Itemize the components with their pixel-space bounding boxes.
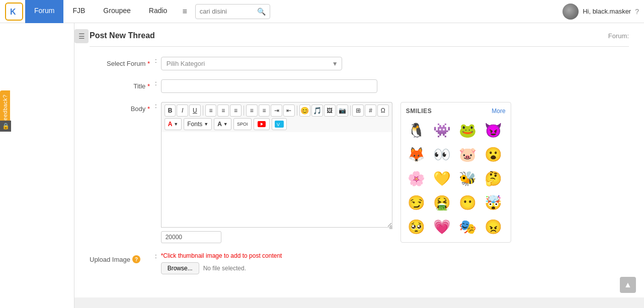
search-icon[interactable]: 🔍	[257, 8, 266, 16]
image-button[interactable]: 🖼	[324, 105, 336, 117]
italic-button[interactable]: I	[177, 105, 188, 117]
fonts-label: Fonts	[187, 121, 202, 128]
svg-text:K: K	[10, 8, 16, 16]
smilie[interactable]: 🤮	[432, 192, 453, 213]
search-box: 🔍	[195, 4, 270, 19]
title-input[interactable]	[161, 79, 377, 93]
toolbar: B I U ≡ ≡ ≡ ≡ ≡ ⇥ ⇤	[161, 102, 392, 132]
body-label: Body *	[90, 102, 155, 113]
smilie[interactable]: 💛	[432, 168, 453, 189]
size-arrow-icon: ▼	[223, 122, 228, 127]
resize-handle[interactable]	[389, 226, 392, 229]
body-editor-outer	[161, 132, 392, 229]
smilies-more-link[interactable]: More	[492, 108, 505, 115]
vimeo-button[interactable]: V	[272, 118, 287, 130]
select-forum-dropdown[interactable]: Pilih Kategori	[161, 57, 342, 70]
toolbar-row1: B I U ≡ ≡ ≡ ≡ ≡ ⇥ ⇤	[165, 105, 389, 117]
smilie[interactable]: 🦊	[406, 144, 427, 165]
smilie[interactable]: 🐝	[457, 168, 478, 189]
smilie[interactable]: 😶	[457, 192, 478, 213]
smilie-button[interactable]: 😊	[299, 105, 311, 117]
navbar: K ForumFJBGroupeeRadio ≡ 🔍 Hi, black.mas…	[0, 0, 644, 23]
smilie[interactable]: 🥺	[406, 216, 427, 237]
special-chars-button[interactable]: Ω	[377, 105, 389, 117]
smilie[interactable]: 😮	[483, 144, 504, 165]
page-card: Post New Thread Forum: Select Forum * : …	[74, 23, 644, 297]
nav-logo[interactable]: K	[5, 3, 23, 21]
separator-1	[203, 106, 203, 116]
underline-button[interactable]: U	[189, 105, 201, 117]
smilie[interactable]: 🤯	[483, 192, 504, 213]
svg-text:V: V	[277, 122, 280, 127]
list-ul-button[interactable]: ≡	[246, 105, 258, 117]
body-textarea[interactable]	[161, 132, 392, 228]
nav-right: Hi, black.masker ?	[562, 4, 639, 20]
colon-3: :	[155, 102, 157, 110]
youtube-button[interactable]	[254, 118, 270, 130]
nav-item-forum[interactable]: Forum	[25, 0, 63, 23]
font-size-button[interactable]: A ▼	[214, 118, 231, 130]
nav-item-radio[interactable]: Radio	[140, 0, 177, 23]
color-picker-button[interactable]: A ▼	[165, 118, 182, 130]
smilie[interactable]: 😠	[483, 216, 504, 237]
upload-label: Upload Image ?	[90, 252, 155, 263]
fonts-arrow-icon: ▼	[204, 122, 208, 127]
color-a-icon: A	[168, 121, 173, 128]
smilie[interactable]: 🎭	[457, 216, 478, 237]
outdent-button[interactable]: ⇤	[283, 105, 295, 117]
search-input[interactable]	[200, 8, 255, 15]
hamburger-menu[interactable]: ≡	[176, 7, 193, 16]
hash-button[interactable]: #	[365, 105, 376, 117]
smilie[interactable]: 👾	[432, 120, 453, 141]
spoiler-button[interactable]: SPOI	[233, 118, 252, 130]
smilie[interactable]: 👀	[432, 144, 453, 165]
list-ol-button[interactable]: ≡	[259, 105, 270, 117]
feedback-icon[interactable]: 🔒	[0, 121, 11, 132]
smilies-grid: 🐧👾🐸😈🦊👀🐷😮🌸💛🐝🤔😏🤮😶🤯🥺💗🎭😠	[406, 120, 506, 237]
toolbar-row2: A ▼ Fonts ▼ A ▼ SPOI	[165, 118, 389, 130]
upload-label-wrapper: Upload Image ?	[90, 255, 150, 263]
content-area: ☰ Post New Thread Forum: Select Forum * …	[74, 23, 644, 308]
nav-item-fjb[interactable]: FJB	[63, 0, 94, 23]
fonts-button[interactable]: Fonts ▼	[184, 118, 212, 130]
separator-3	[297, 106, 297, 116]
smilie[interactable]: 🐸	[457, 120, 478, 141]
table-button[interactable]: ⊞	[352, 105, 364, 117]
smilie[interactable]: 🐷	[457, 144, 478, 165]
align-right-button[interactable]: ≡	[230, 105, 242, 117]
page-header: Post New Thread Forum:	[90, 31, 629, 47]
smilie[interactable]: 😏	[406, 192, 427, 213]
smilie[interactable]: 🌸	[406, 168, 427, 189]
indent-button[interactable]: ⇥	[271, 105, 282, 117]
align-center-button[interactable]: ≡	[217, 105, 229, 117]
smilie[interactable]: 😈	[483, 120, 504, 141]
align-left-button[interactable]: ≡	[205, 105, 217, 117]
char-count: 20000	[161, 231, 221, 243]
colon-4: :	[155, 252, 157, 260]
browse-button[interactable]: Browse...	[161, 262, 199, 274]
page-title: Post New Thread	[90, 31, 155, 40]
nav-items: ForumFJBGroupeeRadio	[25, 0, 176, 23]
main-container: ☰ Post New Thread Forum: Select Forum * …	[0, 23, 644, 308]
smilies-panel: SMILIES More 🐧👾🐸😈🦊👀🐷😮🌸💛🐝🤔😏🤮😶🤯🥺💗🎭😠	[400, 102, 511, 243]
smilie[interactable]: 🤔	[483, 168, 504, 189]
scroll-top-button[interactable]: ▲	[620, 277, 636, 293]
select-forum-wrapper: Pilih Kategori ▼	[161, 57, 342, 70]
smilie[interactable]: 💗	[432, 216, 453, 237]
colon-1: :	[155, 57, 157, 64]
sidebar-toggle[interactable]: ☰	[74, 29, 89, 43]
bold-button[interactable]: B	[165, 105, 176, 117]
smilies-title: SMILIES	[406, 108, 432, 115]
smilie[interactable]: 🐧	[406, 120, 427, 141]
media-button[interactable]: 🎵	[311, 105, 323, 117]
photo-button[interactable]: 📷	[337, 105, 348, 117]
nav-item-groupee[interactable]: Groupee	[94, 0, 139, 23]
title-label: Title *	[90, 79, 155, 90]
upload-help-icon[interactable]: ?	[132, 255, 140, 263]
separator-4	[350, 106, 351, 116]
size-a-icon: A	[217, 121, 222, 128]
help-icon[interactable]: ?	[635, 8, 639, 16]
select-forum-row: Select Forum * : Pilih Kategori ▼	[90, 57, 629, 70]
upload-controls-wrapper: *Click thumbnail image to add to post co…	[161, 252, 282, 274]
upload-image-row: Upload Image ? : *Click thumbnail image …	[90, 252, 629, 274]
